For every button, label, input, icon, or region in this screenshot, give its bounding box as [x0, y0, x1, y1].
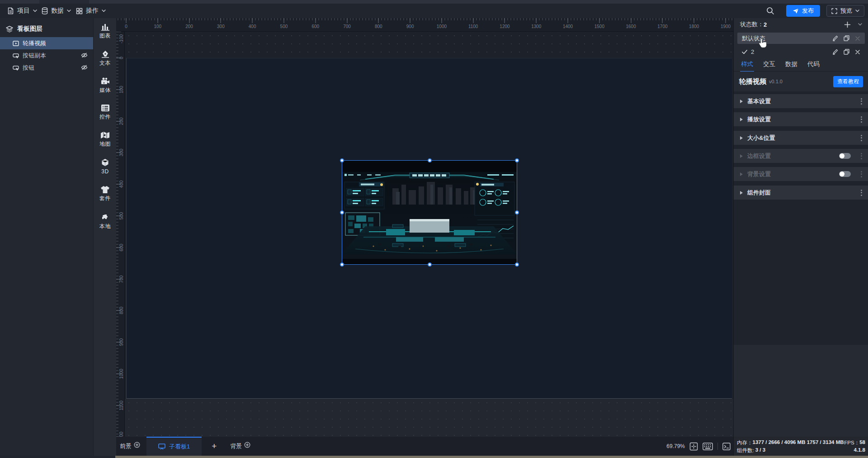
background-toggle-off[interactable]	[839, 171, 851, 177]
edit-state-icon[interactable]	[832, 49, 838, 55]
component-dock: 图表 文本 媒体 控件 地图 3D 套件 本地	[93, 18, 116, 456]
dock-item-media[interactable]: 媒体	[94, 77, 117, 100]
dock-item-text[interactable]: 文本	[94, 50, 117, 73]
carousel-video-component[interactable]	[342, 160, 517, 265]
section-playback-settings[interactable]: 播放设置	[734, 112, 868, 126]
chevron-down-icon	[102, 10, 106, 12]
circle-plus-icon[interactable]	[244, 442, 250, 448]
bottom-scrollbar[interactable]	[115, 456, 868, 458]
section-menu-icon[interactable]	[861, 153, 862, 159]
state-item-2[interactable]: 2	[737, 46, 865, 57]
dock-item-local[interactable]: 本地	[94, 213, 117, 236]
layer-item-button[interactable]: 按钮	[0, 62, 93, 74]
chevron-down-icon	[855, 10, 859, 12]
chevron-down-icon	[67, 10, 71, 12]
inspector-panel: 状态数： 2 默认状态 2 样式 交互 数据 代码	[733, 18, 868, 440]
top-bar: 项目 数据 操作 发布 预览	[0, 0, 868, 18]
button-component-icon	[13, 53, 19, 58]
delete-state-icon[interactable]	[855, 49, 860, 55]
inspector-tabs: 样式 交互 数据 代码	[734, 57, 868, 72]
h-ruler-label: 1300	[531, 24, 541, 29]
copy-state-icon[interactable]	[844, 35, 849, 41]
border-toggle-off[interactable]	[839, 153, 851, 159]
video-thumbnail	[342, 160, 517, 265]
menu-data[interactable]: 数据	[42, 4, 71, 18]
menu-operations[interactable]: 操作	[76, 4, 106, 18]
dock-item-map[interactable]: 地图	[94, 131, 117, 155]
dock-item-label: 媒体	[99, 86, 111, 94]
section-menu-icon[interactable]	[861, 98, 862, 105]
layers-icon	[6, 26, 13, 33]
dock-item-3d[interactable]: 3D	[94, 158, 117, 182]
v-ruler-label: 600	[119, 243, 124, 251]
visibility-off-icon[interactable]	[81, 52, 88, 58]
tab-code[interactable]: 代码	[807, 57, 821, 72]
h-ruler-label: 1000	[437, 24, 447, 29]
preview-button[interactable]: 预览	[826, 5, 864, 17]
vertical-ruler[interactable]: -100010020030040050060070080090010001100…	[116, 32, 125, 437]
dock-item-controls[interactable]: 控件	[94, 104, 117, 128]
video-camera-icon	[100, 77, 110, 85]
section-menu-icon[interactable]	[861, 171, 862, 177]
canvas-viewport[interactable]	[125, 32, 733, 437]
add-board-button[interactable]: +	[212, 441, 217, 451]
keyboard-icon[interactable]	[703, 443, 713, 450]
publish-button[interactable]: 发布	[786, 5, 820, 17]
component-name: 轮播视频	[739, 77, 766, 86]
state-item-default[interactable]: 默认状态	[737, 33, 865, 44]
view-tutorial-button[interactable]: 查看教程	[833, 76, 863, 87]
layer-item-label: 按钮副本	[23, 52, 46, 60]
dock-item-label: 文本	[99, 59, 111, 67]
visibility-off-icon[interactable]	[81, 64, 88, 71]
dock-item-charts[interactable]: 图表	[94, 23, 117, 46]
section-menu-icon[interactable]	[861, 190, 862, 196]
editor-app: 项目 数据 操作 发布 预览	[0, 0, 868, 458]
circle-plus-icon[interactable]	[134, 442, 140, 448]
h-ruler-label: 1200	[500, 24, 509, 29]
map-icon	[100, 131, 110, 139]
copy-state-icon[interactable]	[844, 49, 849, 55]
layer-item-button-copy[interactable]: 按钮副本	[0, 49, 93, 62]
console-icon[interactable]	[722, 443, 731, 450]
h-ruler-label: 1700	[657, 24, 667, 29]
chevron-down-icon	[33, 10, 37, 12]
components-count-label: 组件数:	[737, 447, 754, 454]
section-menu-icon[interactable]	[861, 116, 862, 123]
section-border-settings[interactable]: 边框设置	[734, 149, 868, 163]
menu-project[interactable]: 项目	[7, 4, 37, 18]
fit-view-icon[interactable]	[689, 442, 698, 451]
add-state-icon[interactable]	[844, 21, 851, 28]
search-icon[interactable]	[766, 7, 774, 15]
tab-style[interactable]: 样式	[740, 57, 754, 72]
subboard-tab[interactable]: 子看板1	[146, 437, 202, 456]
section-size-position[interactable]: 大小&位置	[734, 131, 868, 145]
layers-panel-header: 看板图层	[0, 22, 93, 36]
horizontal-ruler[interactable]: 0100200300400500600700800900100011001200…	[116, 18, 733, 32]
tab-data[interactable]: 数据	[784, 57, 798, 72]
section-background-settings[interactable]: 背景设置	[734, 167, 868, 181]
dock-item-label: 本地	[99, 223, 111, 230]
section-menu-icon[interactable]	[861, 135, 862, 141]
v-ruler-label: -100	[119, 34, 124, 43]
background-tab[interactable]: 背景	[230, 442, 250, 450]
v-ruler-label: 900	[119, 339, 124, 346]
button-component-icon	[13, 65, 19, 71]
delete-state-icon	[855, 36, 860, 41]
section-component-cover[interactable]: 组件封面	[734, 186, 868, 200]
caret-right-icon	[740, 100, 743, 103]
zoom-level[interactable]: 69.79%	[666, 443, 685, 449]
h-ruler-label: 500	[280, 24, 288, 29]
layers-panel-title: 看板图层	[17, 25, 42, 33]
section-basic-settings[interactable]: 基本设置	[734, 94, 868, 108]
component-title-row: 轮播视频 v0.1.0 查看教程	[734, 72, 868, 91]
h-ruler-label: 900	[406, 24, 414, 29]
h-ruler-label: 1800	[689, 24, 699, 29]
memory-value: 1377 / 2666 / 4096 MB 1757 / 3134 MB	[753, 439, 844, 446]
edit-state-icon[interactable]	[832, 35, 838, 41]
foreground-tab[interactable]: 前景	[120, 442, 140, 450]
tab-interact[interactable]: 交互	[762, 57, 776, 72]
collapse-states-icon[interactable]	[858, 23, 862, 26]
layer-item-carousel-video[interactable]: 轮播视频	[0, 37, 93, 49]
dock-item-kits[interactable]: 套件	[94, 186, 117, 209]
h-ruler-label: 700	[343, 24, 351, 29]
